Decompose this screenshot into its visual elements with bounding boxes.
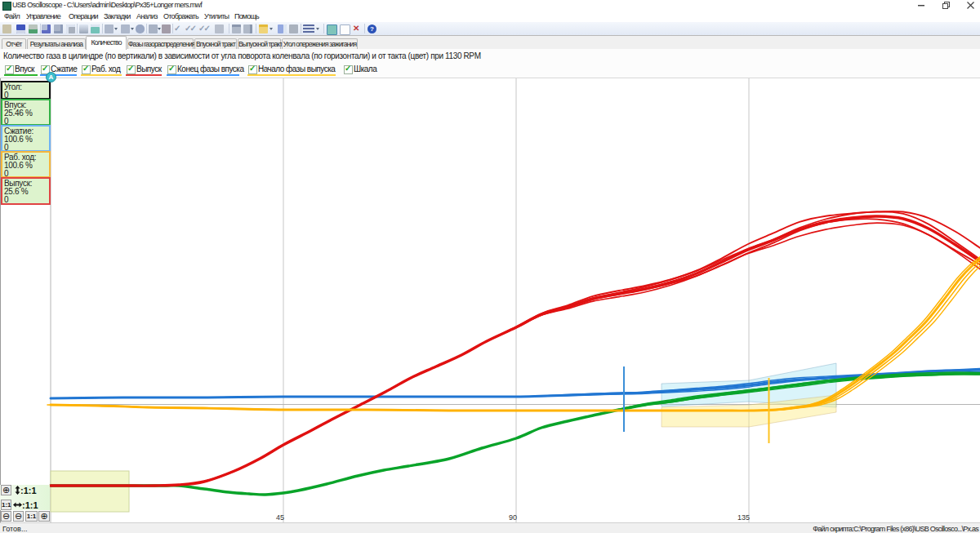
svg-text:45: 45: [276, 513, 284, 522]
svg-text:90: 90: [509, 513, 517, 522]
svg-text:135: 135: [737, 513, 750, 522]
